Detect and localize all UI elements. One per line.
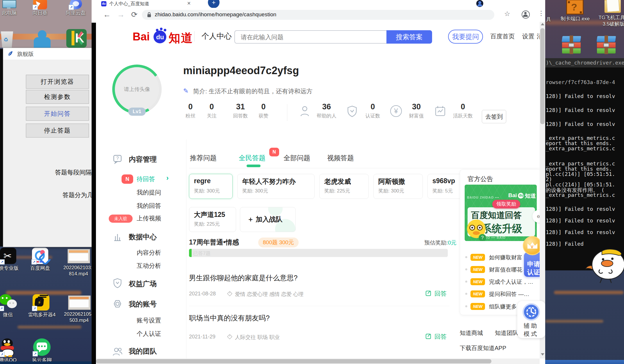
download-app-link[interactable]: 下载百度知道APP — [460, 344, 506, 352]
open-browser-button[interactable]: 打开浏览器 — [26, 75, 89, 89]
announcement-item[interactable]: NEW 提问和回答 —… — [465, 290, 536, 299]
battle-card[interactable]: 老虎发威 奖励: 225元 — [319, 174, 369, 199]
stat-value: 0 — [182, 102, 199, 111]
new-tab-button[interactable]: + — [208, 0, 220, 8]
assistant-panel-titlebar[interactable]: 旗舰版 — [3, 48, 92, 60]
search-answer-button[interactable]: 搜索答案 — [386, 30, 432, 44]
menu-kebab-icon[interactable]: ⋮ — [538, 10, 544, 17]
card-reward: 奖励: 225元 — [324, 188, 350, 194]
footer-team-link[interactable]: 知道团队 — [495, 329, 518, 337]
start-answer-button[interactable]: 开始问答 — [26, 107, 89, 121]
sidebar-item-upload-video[interactable]: 上传视频 — [137, 214, 161, 222]
recycle-bin-icon[interactable]: ♻ — [0, 31, 14, 48]
lock-icon[interactable] — [147, 12, 151, 17]
sidebar-section-content[interactable]: 内容管理 — [129, 155, 157, 164]
link-baidu-home[interactable]: 百度首页 — [490, 32, 515, 40]
bullet-dot — [465, 305, 467, 307]
stat-answers[interactable]: 31 回答数 — [229, 102, 252, 119]
tab-all-questions[interactable]: 全部问题 — [284, 154, 310, 163]
battle-card-regre[interactable]: regre 奖励: 300元 — [189, 174, 233, 199]
stat-wealth[interactable]: 30 财富值 — [405, 102, 428, 119]
winrar-archive-icon[interactable] — [562, 35, 581, 55]
back-icon[interactable]: ← — [103, 10, 111, 19]
answer-button[interactable]: 回答 — [425, 289, 451, 298]
console-titlebar[interactable]: )\_cache_chromedriver.exe — [545, 58, 624, 67]
scrollbar-thumb[interactable] — [96, 359, 491, 363]
tab-national-answer[interactable]: 全民答题 — [239, 154, 265, 163]
active-tab-underline — [247, 165, 261, 167]
link-messages[interactable]: 消息 — [537, 32, 540, 40]
terminal-line: rowser/f7cf763a-87de-4 — [546, 79, 615, 85]
edit-pencil-icon[interactable]: ✎ — [183, 87, 188, 95]
zhidao-logo[interactable]: Bai du 知道 — [133, 28, 199, 44]
stat-active-days[interactable]: 0 活跃天数 — [448, 102, 477, 119]
stop-answer-button[interactable]: 停止答题 — [26, 124, 89, 138]
scrollbar-thumb[interactable] — [540, 28, 545, 124]
reload-icon[interactable]: ⟳ — [131, 10, 138, 19]
video-thumbnail — [68, 295, 91, 310]
sidebar-item-account-settings[interactable]: 账号设置 — [137, 316, 161, 324]
question-tags[interactable]: 人际交往 职场 职业 — [235, 334, 280, 341]
tab-active[interactable]: du 个人中心_百度知道 ✕ — [98, 0, 194, 8]
header-divider — [194, 31, 195, 42]
sign-in-button[interactable]: 去签到 — [482, 110, 506, 123]
nav-personal-center[interactable]: 个人中心 — [202, 31, 232, 41]
stat-certs[interactable]: 0 认证数 — [361, 102, 384, 119]
stat-helped[interactable]: 36 帮助的人 — [313, 102, 340, 119]
battle-card[interactable]: s968vp 奖励: 5元 — [427, 174, 462, 199]
winrar-archive-icon[interactable] — [597, 35, 616, 55]
bookmark-star-icon[interactable]: ☆ — [504, 10, 510, 18]
sidebar-section-team[interactable]: 我的团队 — [129, 347, 157, 356]
sidebar-section-data[interactable]: 数据中心 — [129, 232, 157, 242]
url-bar[interactable]: zhidao.baidu.com/ihome/homepage/cashques… — [142, 10, 494, 20]
link-settings[interactable]: 设置 — [522, 32, 534, 40]
sidebar-item-pending-answer[interactable]: 待回答 — [137, 175, 155, 183]
ask-question-button[interactable]: 我要提问 — [448, 30, 483, 44]
kvn-icon[interactable]: K — [66, 29, 87, 48]
console-body[interactable]: rowser/f7cf763a-87de-4 128)] Failed to r… — [545, 67, 624, 270]
sidebar-item-my-answers[interactable]: 我的回答 — [137, 202, 161, 210]
sidebar-section-rights[interactable]: 权益广场 — [129, 279, 157, 288]
sidebar-item-personal-cert[interactable]: 个人认证 — [137, 330, 161, 338]
duck-mascot-icon: ? — [466, 218, 488, 241]
chevron-right-icon[interactable]: › — [166, 174, 169, 182]
tab-recommended[interactable]: 推荐问题 — [190, 154, 217, 163]
sidebar-item-content-analysis[interactable]: 内容分析 — [137, 249, 161, 257]
assist-mode-widget[interactable]: 辅 助 模 式 — [517, 301, 545, 338]
bullet-dot — [465, 268, 467, 270]
stat-value: 0 — [255, 102, 272, 111]
browser-profile-avatar[interactable] — [476, 0, 483, 7]
check-params-button[interactable]: 检测参数 — [26, 90, 89, 104]
toolbar-avatar-icon[interactable] — [522, 10, 530, 19]
stat-follow[interactable]: 0 关注 — [204, 102, 220, 119]
question-title[interactable]: 职场当中真的没有朋友吗? — [189, 313, 270, 323]
forward-icon[interactable]: → — [117, 10, 125, 19]
tab-close-icon[interactable]: ✕ — [187, 1, 191, 6]
announcement-item[interactable]: NEW 完成个人认证，成.. — [465, 278, 536, 286]
sidebar-item-my-questions[interactable]: 我的提问 — [137, 188, 161, 197]
avatar-upload-placeholder[interactable]: 请上传头像 — [115, 67, 159, 111]
join-team-button[interactable]: ＋ 加入战队 — [240, 207, 296, 232]
tab-video-answer[interactable]: 视频答题 — [327, 154, 354, 163]
url-text[interactable]: zhidao.baidu.com/ihome/homepage/cashques… — [155, 11, 276, 18]
question-tags[interactable]: 爱情 恋爱心理 感情 恋爱 心理 — [235, 291, 304, 298]
console-window: )\_cache_chromedriver.exe rowser/f7cf763… — [545, 58, 624, 270]
battle-card[interactable]: 大声道125 奖励: 225元 — [189, 207, 236, 232]
question-title[interactable]: 男生跟你聊起他的家庭是什么意思? — [189, 273, 297, 283]
shortcut-arrow-icon: ↗ — [69, 5, 74, 10]
announcement-banner[interactable]: BAIDU ZHIDAO ••• Bai du 知道 百度知道回答 系统升级 领… — [465, 185, 537, 241]
battle-card[interactable]: 阿斯顿撒 奖励: 300元 — [373, 174, 423, 199]
sidebar-section-account[interactable]: 我的账号 — [129, 299, 157, 309]
stat-likes[interactable]: 0 获赞 — [255, 102, 272, 119]
stat-fans[interactable]: 0 粉丝 — [182, 102, 199, 119]
scroll-down-arrow-icon[interactable] — [541, 353, 544, 356]
person-shape-icon[interactable] — [33, 30, 52, 48]
terminal-line: 128)] Failed to resolv — [546, 93, 615, 99]
footer-mall-link[interactable]: 知道商城 — [460, 329, 483, 337]
scroll-up-arrow-icon[interactable] — [541, 23, 544, 25]
battle-card[interactable]: 年轻人不努力咋办 奖励: 300元 — [237, 174, 315, 199]
search-input[interactable] — [240, 32, 381, 42]
answer-button[interactable]: 回答 — [425, 332, 451, 341]
sidebar-item-interaction-analysis[interactable]: 互动分析 — [137, 262, 161, 270]
horizontal-scrollbar[interactable] — [96, 358, 540, 364]
